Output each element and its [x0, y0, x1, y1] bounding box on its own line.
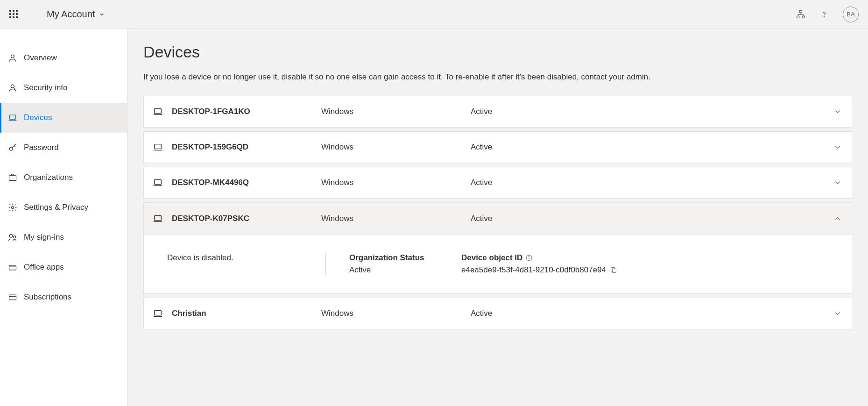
sidebar-item-settings[interactable]: Settings & Privacy [0, 192, 127, 222]
svg-rect-2 [802, 16, 804, 18]
sidebar: Overview Security info Devices Password … [0, 29, 127, 406]
svg-rect-19 [9, 295, 16, 300]
sidebar-item-devices[interactable]: Devices [0, 103, 127, 133]
sidebar-item-signins[interactable]: My sign-ins [0, 222, 127, 252]
sidebar-item-label: Settings & Privacy [24, 203, 88, 212]
device-name: DESKTOP-159G6QD [172, 142, 321, 152]
briefcase-icon [8, 173, 17, 182]
svg-rect-1 [797, 16, 799, 18]
chevron-down-icon [824, 178, 852, 187]
svg-rect-23 [155, 144, 162, 149]
card-icon [8, 292, 17, 302]
device-os: Windows [321, 107, 471, 116]
security-icon [8, 83, 17, 93]
org-status-value: Active [349, 265, 457, 275]
device-row[interactable]: DESKTOP-1FGA1KO Windows Active [143, 96, 852, 128]
sidebar-item-label: Office apps [24, 263, 64, 272]
chevron-down-icon [824, 309, 852, 318]
copy-icon[interactable] [610, 266, 617, 274]
device-os: Windows [321, 178, 471, 187]
chevron-down-icon [824, 107, 852, 116]
sidebar-item-label: Password [24, 143, 59, 152]
device-row[interactable]: Christian Windows Active [143, 298, 852, 329]
page-description: If you lose a device or no longer use it… [143, 72, 852, 82]
svg-point-7 [824, 16, 824, 17]
svg-rect-0 [800, 10, 802, 12]
svg-point-14 [12, 207, 14, 209]
device-row[interactable]: DESKTOP-159G6QD Windows Active [143, 131, 852, 163]
svg-point-15 [9, 234, 13, 237]
laptop-icon [144, 214, 172, 224]
svg-rect-32 [612, 269, 616, 272]
app-title-dropdown[interactable]: My Account [47, 9, 105, 20]
chevron-down-icon [824, 143, 852, 151]
svg-rect-10 [9, 115, 15, 119]
apps-icon [8, 263, 17, 272]
svg-rect-17 [9, 265, 16, 270]
device-os: Windows [321, 142, 471, 152]
device-row-expanded[interactable]: DESKTOP-K07PSKC Windows Active [143, 202, 852, 234]
sidebar-item-subscriptions[interactable]: Subscriptions [0, 282, 127, 312]
device-name: DESKTOP-MK4496Q [172, 178, 321, 187]
svg-point-31 [529, 256, 529, 257]
laptop-icon [144, 178, 172, 188]
svg-rect-21 [155, 109, 162, 114]
sidebar-item-security[interactable]: Security info [0, 73, 127, 103]
avatar-initials: BA [847, 11, 854, 18]
device-status: Active [471, 107, 824, 116]
device-name: Christian [172, 309, 321, 318]
info-icon[interactable] [525, 254, 533, 262]
main-content: Devices If you lose a device or no longe… [127, 29, 868, 406]
avatar[interactable]: BA [843, 7, 859, 22]
laptop-icon [144, 142, 172, 152]
object-id-label: Device object ID [461, 253, 522, 263]
chevron-up-icon [824, 214, 852, 223]
gear-icon [8, 203, 17, 212]
device-status: Active [471, 142, 824, 152]
sidebar-item-label: Overview [24, 53, 57, 63]
device-os: Windows [321, 214, 471, 223]
help-icon[interactable] [819, 10, 829, 19]
app-title-label: My Account [47, 9, 95, 20]
laptop-icon [8, 113, 17, 122]
signins-icon [8, 233, 17, 242]
sidebar-item-label: Security info [24, 83, 68, 93]
sidebar-item-password[interactable]: Password [0, 133, 127, 163]
device-status: Active [471, 178, 824, 187]
key-icon [8, 143, 17, 152]
device-details-panel: Device is disabled. Organization Status … [143, 234, 852, 294]
chevron-down-icon [99, 11, 105, 18]
page-title: Devices [143, 43, 852, 61]
device-name: DESKTOP-K07PSKC [172, 214, 321, 223]
app-header: My Account BA [0, 0, 868, 29]
org-status-label: Organization Status [349, 253, 457, 263]
sidebar-item-label: Organizations [24, 173, 73, 182]
svg-point-8 [11, 55, 14, 58]
laptop-icon [144, 107, 172, 117]
sidebar-item-label: Devices [24, 113, 52, 122]
svg-rect-25 [155, 180, 162, 185]
device-disabled-text: Device is disabled. [167, 253, 311, 263]
svg-rect-33 [155, 311, 162, 315]
person-icon [8, 53, 17, 63]
device-row[interactable]: DESKTOP-MK4496Q Windows Active [143, 167, 852, 199]
svg-point-9 [11, 85, 14, 88]
laptop-icon [144, 308, 172, 319]
device-status: Active [471, 214, 824, 223]
sidebar-item-label: Subscriptions [24, 292, 71, 302]
svg-point-12 [9, 147, 13, 150]
sidebar-item-label: My sign-ins [24, 233, 64, 242]
waffle-icon[interactable] [9, 10, 19, 19]
svg-rect-13 [9, 176, 16, 181]
svg-rect-27 [155, 215, 162, 220]
device-name: DESKTOP-1FGA1KO [172, 107, 321, 116]
sidebar-item-office[interactable]: Office apps [0, 252, 127, 282]
device-status: Active [471, 309, 824, 318]
sidebar-item-overview[interactable]: Overview [0, 43, 127, 73]
svg-point-16 [14, 236, 16, 238]
object-id-value: e4ea5de9-f53f-4d81-9210-c0df0b807e94 [461, 265, 606, 275]
sidebar-item-organizations[interactable]: Organizations [0, 163, 127, 192]
device-os: Windows [321, 309, 471, 318]
sitemap-icon[interactable] [796, 10, 805, 19]
